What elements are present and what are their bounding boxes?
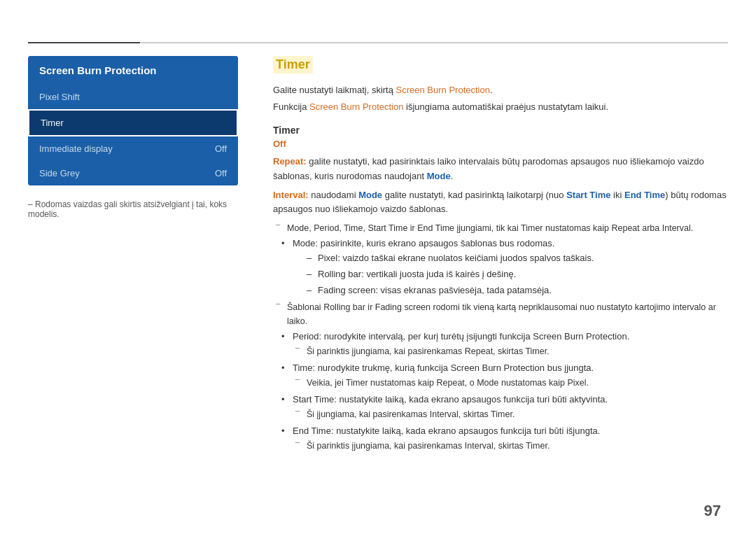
bullet-list-period: Period: nurodykite intervalą, per kurį t… xyxy=(273,330,728,452)
subsection-timer-title: Timer xyxy=(273,125,728,136)
kw-timer-1: Timer xyxy=(521,223,542,233)
status-off: Off xyxy=(273,139,728,149)
dash-fading: Fading screen: visas ekranas pašviesėja,… xyxy=(307,283,728,298)
bullet-end-time: End Time: nustatykite laiką, kada ekrano… xyxy=(281,424,728,453)
kw-timer-5: Timer xyxy=(526,441,547,451)
kw-mode-1: Mode xyxy=(427,171,451,181)
note-end-time: Ši parinktis įjungiama, kai pasirenkamas… xyxy=(293,439,728,453)
link-screen-burn-1: Screen Burn Protection xyxy=(396,85,490,95)
bullet-list-mode: Mode: pasirinkite, kuris ekrano apsaugos… xyxy=(273,237,728,297)
kw-interval-1: Interval xyxy=(662,223,691,233)
menu-box: Screen Burn Protection Pixel Shift Timer… xyxy=(28,56,238,185)
dash-rolling: Rolling bar: vertikali juosta juda iš ka… xyxy=(307,267,728,282)
dash-list-mode-sub: Pixel: vaizdo taškai ekrane nuolatos kei… xyxy=(293,251,728,297)
kw-repeat-2: Repeat xyxy=(465,346,493,356)
kw-period-bullet: Period: xyxy=(293,331,321,342)
kw-time-1: Time xyxy=(344,223,363,233)
intro-text-2: Funkcija Screen Burn Protection išjungia… xyxy=(273,100,728,114)
kw-period-1: Period xyxy=(314,223,339,233)
kw-time-bullet: Time: xyxy=(293,363,315,373)
kw-mode-4: Mode xyxy=(477,378,498,388)
page-number: 97 xyxy=(704,502,721,520)
kw-sbp-2: Screen Burn Protection xyxy=(451,363,545,373)
menu-item-timer[interactable]: Timer xyxy=(28,109,238,136)
menu-item-side-grey-label: Side Grey xyxy=(39,168,80,178)
left-panel: Screen Burn Protection Pixel Shift Timer… xyxy=(28,56,238,219)
kw-pixel-2: Pixel xyxy=(567,378,586,388)
menu-item-immediate-value: Off xyxy=(215,143,227,154)
menu-item-immediate-label: Immediate display xyxy=(39,143,113,154)
kw-sbp-1: Screen Burn Protection xyxy=(533,331,626,342)
right-panel: Timer Galite nustatyti laikmatį, skirtą … xyxy=(273,56,728,456)
para-repeat: Repeat: galite nustatyti, kad pasirinkta… xyxy=(273,155,728,184)
kw-repeat: Repeat: xyxy=(273,156,307,167)
note-start-time: Ši įjungiama, kai pasirenkamas Interval,… xyxy=(293,407,728,421)
kw-fading: Fading screen: xyxy=(318,285,378,295)
top-line-accent xyxy=(28,42,140,43)
menu-item-immediate-display[interactable]: Immediate display Off xyxy=(28,136,238,161)
kw-start-time-2: Start Time xyxy=(368,223,407,233)
kw-pixel: Pixel: xyxy=(318,253,340,263)
left-panel-note: Rodomas vaizdas gali skirtis atsižvelgia… xyxy=(28,199,238,219)
kw-end-time-bullet: End Time: xyxy=(293,426,334,436)
kw-interval: Interval: xyxy=(273,190,309,200)
kw-rolling-bar-2: Rolling bar xyxy=(323,302,365,312)
dash-pixel: Pixel: vaizdo taškai ekrane nuolatos kei… xyxy=(307,251,728,266)
bullet-period: Period: nurodykite intervalą, per kurį t… xyxy=(281,330,728,358)
kw-mode-3: Mode xyxy=(287,223,309,233)
kw-rolling: Rolling bar: xyxy=(318,269,364,279)
menu-item-side-grey[interactable]: Side Grey Off xyxy=(28,161,238,185)
kw-repeat-3: Repeat xyxy=(437,378,465,388)
kw-start-time-bullet: Start Time: xyxy=(293,394,337,405)
kw-fading-2: Fading screen xyxy=(375,302,430,312)
menu-item-pixel-shift[interactable]: Pixel Shift xyxy=(28,85,238,109)
note-mode-period: Mode, Period, Time, Start Time ir End Ti… xyxy=(273,221,728,235)
menu-item-side-grey-value: Off xyxy=(215,168,227,178)
bullet-mode: Mode: pasirinkite, kuris ekrano apsaugos… xyxy=(281,237,728,297)
kw-interval-3: Interval xyxy=(465,441,493,451)
menu-title: Screen Burn Protection xyxy=(28,56,238,85)
para-interval: Interval: naudodami Mode galite nustatyt… xyxy=(273,188,728,218)
kw-mode-bullet: Mode: xyxy=(293,238,318,248)
section-title: Timer xyxy=(273,56,313,73)
link-screen-burn-2: Screen Burn Protection xyxy=(309,101,403,112)
kw-timer-4: Timer xyxy=(491,409,512,419)
note-shablon: Šablonai Rolling bar ir Fading screen ro… xyxy=(273,300,728,328)
intro-text-1: Galite nustatyti laikmatį, skirtą Screen… xyxy=(273,83,728,97)
kw-timer-3: Timer xyxy=(346,378,368,388)
bullet-time: Time: nurodykite trukmę, kurią funkcija … xyxy=(281,361,728,390)
kw-start-time-1: Start Time xyxy=(566,190,610,200)
kw-end-time-2: End Time xyxy=(417,223,454,233)
kw-mode-2: Mode xyxy=(358,190,382,200)
kw-interval-2: Interval xyxy=(430,409,458,419)
kw-repeat-1: Repeat xyxy=(611,223,639,233)
note-period: Ši parinktis įjungiama, kai pasirenkamas… xyxy=(293,344,728,358)
kw-timer-2: Timer xyxy=(525,346,547,356)
note-time: Veikia, jei Timer nustatomas kaip Repeat… xyxy=(293,376,728,390)
bullet-start-time: Start Time: nustatykite laiką, kada ekra… xyxy=(281,393,728,421)
kw-end-time-1: End Time xyxy=(624,190,665,200)
